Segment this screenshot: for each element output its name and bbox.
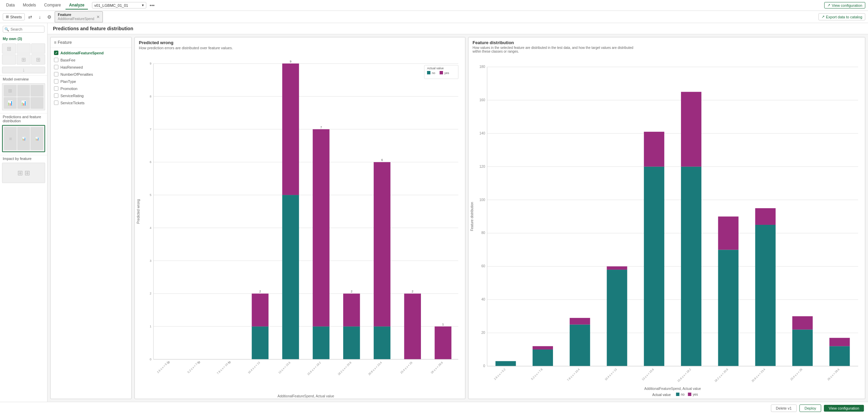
- toolbar-icon-2[interactable]: ↓: [36, 13, 44, 21]
- svg-rect-60: [440, 71, 443, 74]
- nav-compare[interactable]: Compare: [41, 1, 64, 10]
- feature-label: NumberOfPenalties: [60, 72, 93, 76]
- nav-analyze[interactable]: Analyze: [66, 1, 88, 10]
- svg-text:5.2 ≤ x < 7.8: 5.2 ≤ x < 7.8: [531, 368, 543, 381]
- feature-item[interactable]: NumberOfPenalties: [51, 71, 131, 78]
- model-overview-label: Model overview: [0, 75, 47, 82]
- thumb-1[interactable]: ⊞: [2, 43, 16, 54]
- thumbnail-row-1: ⊞ ⊞ ⊞: [0, 42, 47, 66]
- svg-rect-38: [343, 326, 360, 359]
- svg-rect-43: [374, 162, 390, 326]
- feature-list-header: ≡ Feature: [51, 37, 131, 48]
- deploy-button[interactable]: Deploy: [799, 404, 821, 412]
- svg-rect-94: [644, 132, 664, 167]
- feature-checkbox: [54, 79, 58, 84]
- feature-list-panel: ≡ Feature ✓AdditionalFeatureSpendBaseFee…: [50, 37, 132, 399]
- svg-text:4: 4: [150, 226, 151, 230]
- impact-thumb[interactable]: ⊞ ⊞: [2, 163, 45, 183]
- feature-item[interactable]: ServiceTickets: [51, 99, 131, 106]
- svg-rect-85: [533, 346, 553, 349]
- svg-rect-35: [313, 129, 329, 327]
- feature-item[interactable]: BaseFee: [51, 56, 131, 64]
- svg-rect-46: [404, 293, 421, 359]
- svg-text:100: 100: [479, 198, 485, 202]
- thumb-3[interactable]: [31, 43, 45, 54]
- svg-text:5.2 ≤ x < 7.8: 5.2 ≤ x < 7.8: [187, 361, 200, 374]
- svg-rect-49: [435, 326, 451, 359]
- model-overview-thumb[interactable]: ⊞ 📊 📊: [2, 83, 45, 110]
- svg-text:2.6 ≤ x < 5.2: 2.6 ≤ x < 5.2: [493, 368, 506, 381]
- delete-button[interactable]: Delete v1: [771, 404, 797, 412]
- predicted-wrong-chart: 012345678902.6 ≤ x < 5.205.2 ≤ x < 7.807…: [135, 52, 465, 400]
- svg-text:15.6 ≤ x < 18.2: 15.6 ≤ x < 18.2: [307, 361, 321, 376]
- svg-rect-58: [427, 71, 430, 74]
- svg-rect-96: [681, 167, 701, 366]
- svg-text:20.8 ≤ x < 23.4: 20.8 ≤ x < 23.4: [368, 361, 383, 376]
- svg-rect-30: [282, 195, 299, 359]
- svg-text:13 ≤ x < 15.6: 13 ≤ x < 15.6: [278, 361, 291, 375]
- feature-item[interactable]: HasRenewed: [51, 64, 131, 71]
- nav-models[interactable]: Models: [19, 1, 39, 10]
- thumb-6[interactable]: ⊞: [31, 54, 45, 65]
- feature-distribution-title: Feature distribution: [468, 37, 865, 46]
- more-button[interactable]: •••: [148, 2, 157, 9]
- svg-rect-108: [829, 346, 850, 366]
- impact-icon: ⊞: [17, 169, 23, 177]
- view-config-button[interactable]: View configuration: [824, 405, 864, 412]
- svg-text:Actual value: Actual value: [427, 67, 444, 70]
- svg-text:2: 2: [351, 290, 352, 293]
- feature-checkbox: [54, 72, 58, 76]
- thumb-4[interactable]: [2, 54, 16, 65]
- feature-checkbox: [54, 101, 58, 105]
- feature-item[interactable]: ✓AdditionalFeatureSpend: [51, 49, 131, 56]
- view-config-top-button[interactable]: ↗ View configuration: [824, 2, 865, 8]
- sheets-button[interactable]: ⊞ Sheets: [3, 13, 25, 20]
- svg-rect-82: [496, 361, 516, 366]
- toolbar-icon-3[interactable]: ⚙: [45, 13, 53, 21]
- toolbar-icon-1[interactable]: ⇄: [26, 13, 34, 21]
- thumb-2[interactable]: [17, 43, 31, 54]
- svg-text:AdditionalFeatureSpend, Actual: AdditionalFeatureSpend, Actual value: [278, 394, 334, 398]
- feature-label: ServiceRating: [60, 94, 84, 98]
- feature-item[interactable]: ServiceRating: [51, 92, 131, 99]
- svg-text:yes: yes: [693, 393, 698, 396]
- feature-tab-sublabel: AdditionalFeatureSpend: [58, 17, 94, 21]
- feature-label: BaseFee: [60, 58, 75, 62]
- content-area: Feature Predictions and feature distribu…: [48, 23, 868, 402]
- svg-text:23.4 ≤ x < 26: 23.4 ≤ x < 26: [790, 368, 803, 381]
- svg-text:6: 6: [150, 160, 151, 164]
- thumb-arrow[interactable]: ↓: [2, 67, 45, 73]
- export-button[interactable]: ↗ Export data to catalog: [818, 13, 865, 20]
- nav-data[interactable]: Data: [3, 1, 18, 10]
- svg-text:1: 1: [150, 325, 151, 328]
- feature-distribution-chart: 0204060801001201401601802.6 ≤ x < 5.25.2…: [468, 55, 865, 400]
- svg-text:Predicted wrong: Predicted wrong: [136, 199, 140, 223]
- svg-text:60: 60: [481, 264, 485, 268]
- impact-icon2: ⊞: [24, 169, 30, 177]
- page-title: Feature Predictions and feature distribu…: [48, 23, 868, 34]
- svg-rect-87: [570, 325, 590, 366]
- feature-item[interactable]: PlanType: [51, 78, 131, 85]
- svg-text:6: 6: [381, 158, 383, 162]
- feature-checkbox: [54, 86, 58, 91]
- my-own-label[interactable]: My own (3): [0, 35, 47, 42]
- search-icon: 🔍: [4, 27, 9, 32]
- predictions-thumb[interactable]: ⊞ 📊 📊: [2, 125, 45, 152]
- svg-text:23.4 ≤ x < 26: 23.4 ≤ x < 26: [400, 361, 413, 375]
- close-icon[interactable]: ✕: [96, 15, 100, 19]
- svg-text:120: 120: [479, 165, 485, 168]
- feature-label: Promotion: [60, 87, 77, 91]
- version-dropdown[interactable]: v01_LGBMC_01_01 ▾: [92, 2, 146, 8]
- svg-text:AdditionalFeatureSpend, Actual: AdditionalFeatureSpend, Actual value: [644, 387, 701, 391]
- bottom-bar: Delete v1 Deploy View configuration: [0, 402, 868, 414]
- thumb-5[interactable]: ⊞: [17, 54, 31, 65]
- feature-item[interactable]: Promotion: [51, 85, 131, 92]
- svg-text:5: 5: [150, 193, 151, 197]
- left-sidebar: 🔍 My own (3) ⊞ ⊞ ⊞ ↓ Model overview ⊞ 📊 …: [0, 23, 48, 402]
- filter-icon: ≡: [54, 40, 56, 45]
- sheets-label: Sheets: [10, 15, 22, 19]
- predictions-label: Predictions and featuredistribution: [0, 113, 47, 124]
- svg-text:10.4 ≤ x < 13: 10.4 ≤ x < 13: [247, 361, 261, 375]
- svg-text:26 ≤ x < 28.6: 26 ≤ x < 28.6: [827, 368, 841, 381]
- feature-tab[interactable]: Feature AdditionalFeatureSpend ✕: [55, 11, 103, 22]
